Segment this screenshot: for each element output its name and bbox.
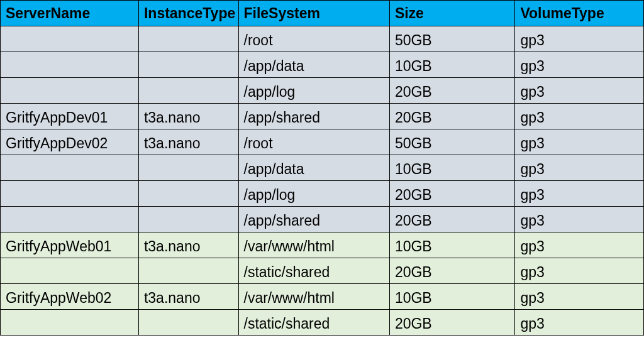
- cell-server: [1, 155, 139, 181]
- cell-size: 10GB: [389, 52, 514, 78]
- cell-server: [1, 52, 139, 78]
- cell-size: 20GB: [389, 181, 514, 207]
- col-header-server: ServerName: [1, 1, 139, 26]
- cell-volume: gp3: [515, 78, 644, 104]
- cell-volume: gp3: [515, 104, 644, 129]
- cell-volume: gp3: [515, 232, 644, 258]
- table-row: GritfyAppDev01t3a.nano/app/shared20GBgp3: [1, 104, 644, 129]
- cell-fs: /app/data: [238, 52, 389, 78]
- table-row: /app/data10GBgp3: [1, 155, 644, 181]
- header-row: ServerName InstanceType FileSystem Size …: [1, 1, 644, 26]
- table-row: GritfyAppWeb02t3a.nano/var/www/html10GBg…: [1, 284, 644, 310]
- cell-volume: gp3: [515, 129, 644, 155]
- cell-instance: t3a.nano: [138, 129, 238, 155]
- table-row: /app/log20GBgp3: [1, 181, 644, 207]
- table-row: /app/data10GBgp3: [1, 52, 644, 78]
- cell-size: 20GB: [389, 207, 514, 232]
- cell-volume: gp3: [515, 155, 644, 181]
- cell-size: 20GB: [389, 78, 514, 104]
- cell-fs: /var/www/html: [238, 232, 389, 258]
- col-header-size: Size: [389, 1, 514, 26]
- table-row: /root50GBgp3: [1, 26, 644, 52]
- table-row: GritfyAppDev02t3a.nano/root50GBgp3: [1, 129, 644, 155]
- cell-fs: /root: [238, 129, 389, 155]
- cell-instance: [138, 26, 238, 52]
- cell-fs: /app/data: [238, 155, 389, 181]
- cell-size: 10GB: [389, 232, 514, 258]
- table-row: GritfyAppWeb01t3a.nano/var/www/html10GBg…: [1, 232, 644, 258]
- col-header-fs: FileSystem: [238, 1, 389, 26]
- cell-server: [1, 26, 139, 52]
- col-header-instance: InstanceType: [138, 1, 238, 26]
- table-row: /static/shared20GBgp3: [1, 258, 644, 284]
- cell-volume: gp3: [515, 52, 644, 78]
- cell-fs: /app/shared: [238, 207, 389, 232]
- cell-size: 50GB: [389, 26, 514, 52]
- table-body: /root50GBgp3/app/data10GBgp3/app/log20GB…: [1, 26, 644, 336]
- cell-instance: [138, 181, 238, 207]
- cell-volume: gp3: [515, 26, 644, 52]
- table-row: /app/log20GBgp3: [1, 78, 644, 104]
- cell-server: [1, 258, 139, 284]
- table-row: /static/shared20GBgp3: [1, 310, 644, 336]
- cell-volume: gp3: [515, 258, 644, 284]
- cell-server: [1, 78, 139, 104]
- server-volume-table: ServerName InstanceType FileSystem Size …: [0, 0, 644, 336]
- cell-instance: [138, 78, 238, 104]
- cell-instance: [138, 207, 238, 232]
- cell-size: 20GB: [389, 104, 514, 129]
- cell-volume: gp3: [515, 181, 644, 207]
- cell-size: 10GB: [389, 155, 514, 181]
- cell-size: 10GB: [389, 284, 514, 310]
- cell-fs: /root: [238, 26, 389, 52]
- cell-instance: [138, 310, 238, 336]
- cell-instance: t3a.nano: [138, 232, 238, 258]
- cell-server: GritfyAppWeb02: [1, 284, 139, 310]
- cell-server: GritfyAppWeb01: [1, 232, 139, 258]
- cell-volume: gp3: [515, 284, 644, 310]
- cell-instance: [138, 258, 238, 284]
- cell-server: GritfyAppDev02: [1, 129, 139, 155]
- data-table: ServerName InstanceType FileSystem Size …: [0, 0, 644, 336]
- cell-fs: /app/shared: [238, 104, 389, 129]
- cell-server: [1, 181, 139, 207]
- cell-fs: /app/log: [238, 181, 389, 207]
- cell-size: 20GB: [389, 258, 514, 284]
- cell-instance: t3a.nano: [138, 284, 238, 310]
- table-row: /app/shared20GBgp3: [1, 207, 644, 232]
- cell-volume: gp3: [515, 310, 644, 336]
- cell-volume: gp3: [515, 207, 644, 232]
- cell-fs: /static/shared: [238, 258, 389, 284]
- cell-server: [1, 310, 139, 336]
- cell-server: [1, 207, 139, 232]
- cell-instance: [138, 155, 238, 181]
- cell-fs: /var/www/html: [238, 284, 389, 310]
- cell-fs: /app/log: [238, 78, 389, 104]
- cell-fs: /static/shared: [238, 310, 389, 336]
- cell-instance: t3a.nano: [138, 104, 238, 129]
- cell-server: GritfyAppDev01: [1, 104, 139, 129]
- cell-size: 50GB: [389, 129, 514, 155]
- cell-instance: [138, 52, 238, 78]
- col-header-volume: VolumeType: [515, 1, 644, 26]
- cell-size: 20GB: [389, 310, 514, 336]
